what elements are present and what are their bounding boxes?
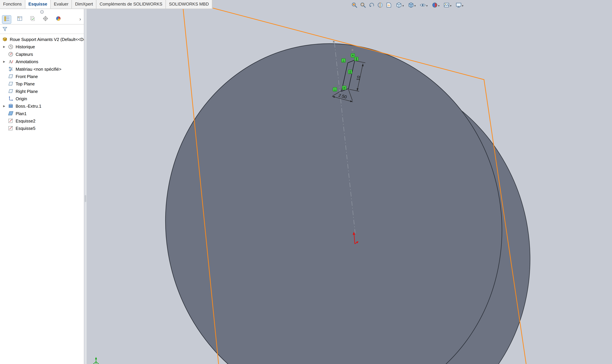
dimxpertmanager-tab[interactable] <box>41 15 50 23</box>
propertymanager-icon <box>16 15 22 23</box>
tree-item-boss-extru-1[interactable]: ▶Boss.-Extru.1 <box>0 102 84 110</box>
splitter-handle-icon[interactable] <box>85 195 86 202</box>
panel-flyout-chevron-icon[interactable]: › <box>78 15 83 23</box>
dropdown-caret-icon[interactable]: ▾ <box>450 4 451 7</box>
tree-item-top-plane[interactable]: Top Plane <box>0 80 84 87</box>
solidworks-window: Plan1 10 2.50 <box>0 0 612 364</box>
tree-filter-row <box>0 25 84 34</box>
dropdown-caret-icon[interactable]: ▾ <box>414 4 416 7</box>
tree-item-historique[interactable]: ▶Historique <box>0 43 84 50</box>
apply-scene-icon <box>443 2 450 9</box>
propertymanager-tab[interactable] <box>15 15 24 23</box>
displaymanager-icon <box>55 15 61 23</box>
dynamic-annotation-views-button[interactable] <box>385 1 393 10</box>
commandmanager-tab-strip: FonctionsEsquisseEvaluerDimXpertCompléme… <box>0 0 213 9</box>
viewport-scene: Plan1 10 2.50 <box>0 0 612 364</box>
displaymanager-tab[interactable] <box>54 15 62 23</box>
apply-scene-button[interactable]: ▾ <box>443 1 452 10</box>
origin-icon <box>8 96 14 102</box>
dropdown-caret-icon[interactable]: ▾ <box>426 4 428 7</box>
history-icon <box>8 44 14 50</box>
tree-item-label: Esquisse5 <box>15 126 35 130</box>
sensors-icon <box>8 51 14 57</box>
part-body-front-face[interactable] <box>139 19 528 364</box>
filter-funnel-icon[interactable] <box>2 26 8 32</box>
tree-item-label: Plan1 <box>15 111 26 116</box>
tree-item-annotations[interactable]: ▶AAnnotations <box>0 58 84 65</box>
tree-item-label: Front Plane <box>15 74 38 78</box>
sketch-constraint-icon[interactable]: ∥ <box>348 70 352 74</box>
svg-text:∥: ∥ <box>349 70 351 74</box>
dimension-height-value[interactable]: 10 <box>356 75 361 81</box>
tab-esquisse[interactable]: Esquisse <box>25 0 51 9</box>
expander-icon[interactable]: ▶ <box>3 104 8 107</box>
tab-solidworks-mbd[interactable]: SOLIDWORKS MBD <box>166 0 212 9</box>
tree-item-esquisse2[interactable]: Esquisse2 <box>0 117 84 124</box>
sketch-constraint-icon[interactable]: ⊥ <box>342 58 345 62</box>
tree-item-label: Annotations <box>15 59 38 64</box>
view-triad <box>93 357 99 364</box>
configurationmanager-tab[interactable] <box>28 15 37 23</box>
featuremanager-panel: › Roue Support Aimants V2 (Default<<Defa… <box>0 9 84 364</box>
sketch-constraint-icon[interactable]: × <box>351 53 355 57</box>
sketch-constraint-icon[interactable]: × <box>342 86 346 90</box>
section-view-button[interactable] <box>376 1 384 10</box>
tree-item-esquisse5[interactable]: Esquisse5 <box>0 125 84 132</box>
tree-item-label: Right Plane <box>15 89 38 93</box>
plane-icon <box>8 81 14 87</box>
view-orientation-button[interactable]: ▾ <box>395 1 404 10</box>
tree-item-label: Capteurs <box>15 52 33 56</box>
part-icon <box>2 36 8 42</box>
sketch-icon <box>8 118 14 124</box>
tab-dimxpert[interactable]: DimXpert <box>72 0 96 9</box>
dropdown-caret-icon[interactable]: ▾ <box>403 4 404 7</box>
expander-icon[interactable]: ▶ <box>3 60 8 63</box>
tab-fonctions[interactable]: Fonctions <box>0 0 25 9</box>
tree-item-right-plane[interactable]: Right Plane <box>0 87 84 95</box>
svg-text:×: × <box>343 86 346 90</box>
tab-evaluer[interactable]: Evaluer <box>51 0 72 9</box>
dropdown-caret-icon[interactable]: ▾ <box>462 4 463 7</box>
tree-item-roue-support-aimants-v2-default-defau[interactable]: Roue Support Aimants V2 (Default<<Defau <box>0 35 84 43</box>
zoom-to-area-button[interactable] <box>359 1 367 10</box>
vertex-marker[interactable] <box>333 41 334 42</box>
graphics-area[interactable]: Plan1 10 2.50 <box>0 0 612 364</box>
svg-text:⊥: ⊥ <box>342 59 345 62</box>
display-style-button[interactable]: ▾ <box>407 1 417 10</box>
tree-item-label: Boss.-Extru.1 <box>15 104 41 108</box>
tab-compl-ments-de-solidworks[interactable]: Compléments de SOLIDWORKS <box>96 0 166 9</box>
previous-view-button[interactable] <box>368 1 376 10</box>
plane-icon <box>8 73 14 79</box>
sketch-constraint-icon[interactable]: ⊥ <box>333 87 337 91</box>
zoom-to-fit-button[interactable] <box>351 1 358 10</box>
vertex-marker[interactable] <box>352 49 353 51</box>
tree-item-label: Roue Support Aimants V2 (Default<<Defau <box>10 37 84 42</box>
panel-splitter[interactable] <box>84 9 87 364</box>
material-icon <box>8 66 14 72</box>
sketch-constraint-icon[interactable]: ∥ <box>354 57 358 61</box>
feature-tree: Roue Support Aimants V2 (Default<<Defau▶… <box>0 34 84 132</box>
tree-item-origin[interactable]: Origin <box>0 95 84 102</box>
expander-icon[interactable]: ▶ <box>3 45 8 48</box>
hide-show-items-button[interactable]: ▾ <box>419 1 428 10</box>
tree-item-mat-riau-non-sp-cifi[interactable]: Matériau <non spécifié> <box>0 65 84 73</box>
dropdown-caret-icon[interactable]: ▾ <box>438 4 440 7</box>
zoom-to-fit-icon <box>351 2 357 9</box>
panel-tab-bar: › <box>0 14 84 25</box>
view-settings-icon <box>456 2 462 9</box>
annotations-icon: A <box>8 58 14 64</box>
tree-item-front-plane[interactable]: Front Plane <box>0 73 84 80</box>
edit-appearance-button[interactable]: ▾ <box>431 1 440 10</box>
plane-filled-icon <box>8 110 14 116</box>
view-orientation-icon <box>396 2 402 9</box>
display-style-icon <box>408 2 414 9</box>
tree-item-capteurs[interactable]: Capteurs <box>0 50 84 58</box>
tree-item-plan1[interactable]: Plan1 <box>0 110 84 117</box>
headsup-toolbar: ▾▾▾▾▾▾ <box>351 1 464 10</box>
view-settings-button[interactable]: ▾ <box>455 1 464 10</box>
panel-grip[interactable] <box>0 9 84 14</box>
tree-item-label: Origin <box>15 96 27 101</box>
featuremanager-tab[interactable] <box>2 15 11 23</box>
svg-text:×: × <box>352 54 354 57</box>
configurationmanager-icon <box>29 15 35 23</box>
